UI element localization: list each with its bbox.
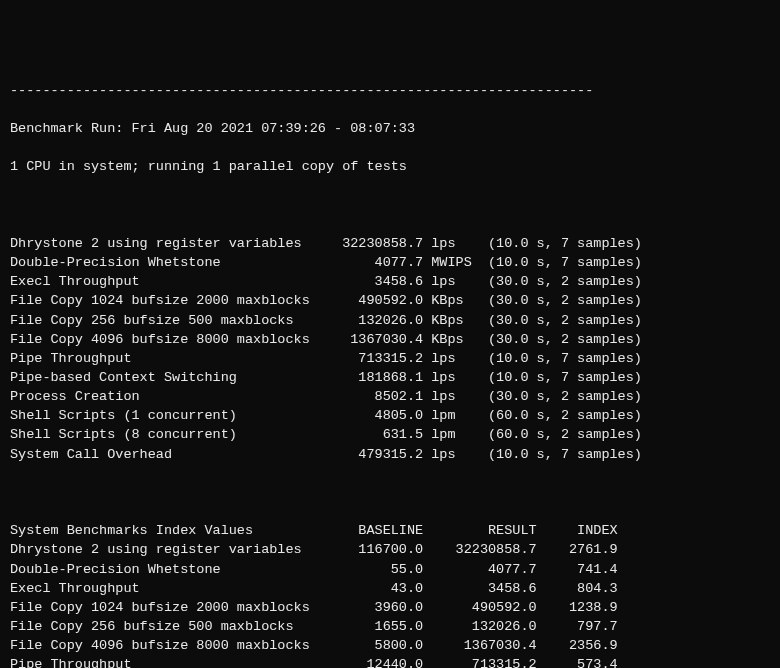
divider-top: ----------------------------------------… [10, 81, 770, 100]
test-row: System Call Overhead 479315.2 lps (10.0 … [10, 445, 770, 464]
index-row: Pipe Throughput 12440.0 713315.2 573.4 [10, 655, 770, 668]
test-row: Shell Scripts (1 concurrent) 4805.0 lpm … [10, 406, 770, 425]
index-row: File Copy 4096 bufsize 8000 maxblocks 58… [10, 636, 770, 655]
cpu-line: 1 CPU in system; running 1 parallel copy… [10, 157, 770, 176]
test-row: File Copy 4096 bufsize 8000 maxblocks 13… [10, 330, 770, 349]
blank [10, 483, 770, 502]
test-row: Pipe-based Context Switching 181868.1 lp… [10, 368, 770, 387]
test-row: Double-Precision Whetstone 4077.7 MWIPS … [10, 253, 770, 272]
test-row: File Copy 256 bufsize 500 maxblocks 1320… [10, 311, 770, 330]
test-row: Dhrystone 2 using register variables 322… [10, 234, 770, 253]
index-row: Double-Precision Whetstone 55.0 4077.7 7… [10, 560, 770, 579]
test-row: Shell Scripts (8 concurrent) 631.5 lpm (… [10, 425, 770, 444]
test-results: Dhrystone 2 using register variables 322… [10, 234, 770, 464]
index-table: System Benchmarks Index Values BASELINE … [10, 521, 770, 668]
index-row: File Copy 1024 bufsize 2000 maxblocks 39… [10, 598, 770, 617]
index-row: Execl Throughput 43.0 3458.6 804.3 [10, 579, 770, 598]
test-row: Process Creation 8502.1 lps (30.0 s, 2 s… [10, 387, 770, 406]
index-row: File Copy 256 bufsize 500 maxblocks 1655… [10, 617, 770, 636]
blank [10, 196, 770, 215]
index-header: System Benchmarks Index Values BASELINE … [10, 521, 770, 540]
index-row: Dhrystone 2 using register variables 116… [10, 540, 770, 559]
run-header: Benchmark Run: Fri Aug 20 2021 07:39:26 … [10, 119, 770, 138]
test-row: Execl Throughput 3458.6 lps (30.0 s, 2 s… [10, 272, 770, 291]
test-row: Pipe Throughput 713315.2 lps (10.0 s, 7 … [10, 349, 770, 368]
test-row: File Copy 1024 bufsize 2000 maxblocks 49… [10, 291, 770, 310]
